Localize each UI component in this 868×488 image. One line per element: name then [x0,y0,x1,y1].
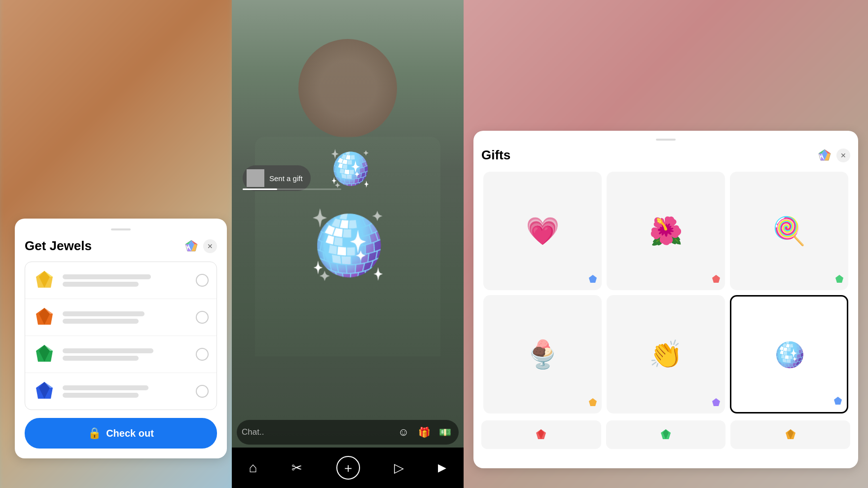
gifts-title: Gifts [481,148,510,163]
sundae-emoji: 🍨 [526,338,560,371]
hand-jewel-price [834,274,844,286]
gift-cell-clap[interactable]: 👏 [607,295,725,413]
sheet-title: Get Jewels [25,238,92,254]
svg-marker-24 [589,275,597,283]
get-jewels-sheet: Get Jewels ✕ [15,219,227,458]
gift-notification: Sent a gift [243,165,311,191]
clap-jewel-price [711,398,721,410]
person-head [298,39,397,138]
gifts-sheet-handle [656,139,676,141]
right-panel: Gifts ✕ [464,0,868,488]
progress-fill [243,188,277,190]
gift-cell-sundae[interactable]: 🍨 [483,295,602,413]
jewel-item-blue[interactable] [25,373,217,410]
bottom-jewel-2[interactable] [606,420,726,449]
svg-marker-26 [835,275,843,283]
disco-ball-large: 🪩 [308,207,388,282]
jewel-green-radio[interactable] [196,348,209,361]
hand-emoji: 🍭 [772,215,806,247]
gifts-sheet: Gifts ✕ [473,131,858,468]
nav-create-button[interactable]: ＋ [336,456,360,480]
jewel-name-line [63,311,145,316]
jewel-orange-info [63,311,189,324]
checkout-button[interactable]: 🔒 Check out [25,418,217,449]
jewel-gold-icon [33,269,56,292]
currency-button[interactable]: 💵 [436,423,454,441]
jewel-blue-icon [33,380,56,403]
sheet-header: Get Jewels ✕ [25,238,217,254]
jewel-price-line [63,319,139,324]
sender-avatar [247,169,264,187]
gifts-header-actions: ✕ [818,149,850,162]
lock-icon: 🔒 [88,427,101,440]
gift-cell-heart[interactable]: 💗 [483,172,602,290]
jewel-blue-info [63,385,189,398]
jewel-gold-info [63,274,189,287]
sheet-header-actions: ✕ [184,239,217,253]
gift-cell-flower[interactable]: 🌺 [607,172,725,290]
gift-cell-hand[interactable]: 🍭 [730,172,848,290]
disco-emoji: 🪩 [772,338,806,371]
jewel-blue-radio[interactable] [196,385,209,398]
emoji-button[interactable]: ☺ [395,423,412,441]
gifts-jewel-icon [818,149,832,162]
disco-jewel-price [833,396,843,408]
nav-home-button[interactable]: ⌂ [249,460,257,476]
sheet-drag-handle [111,228,131,230]
bottom-jewels-row [481,420,850,449]
checkout-label: Check out [106,428,154,439]
close-button[interactable]: ✕ [203,239,217,253]
flower-jewel-price [711,274,721,286]
jewel-name-line [63,385,148,390]
jewel-brand-icon [184,239,198,253]
jewel-item-gold[interactable] [25,262,217,299]
nav-edit-button[interactable]: ✂ [291,460,302,476]
svg-marker-29 [834,397,842,405]
jewel-price-line [63,393,139,398]
heart-jewel-price [588,274,598,286]
close-icon: ✕ [207,242,213,250]
disco-ball-small: 🪩 [328,148,371,188]
chat-bar: Chat.. ☺ 🎁 💵 [237,420,459,445]
heart-emoji: 💗 [526,215,560,247]
svg-marker-27 [589,398,597,406]
jewel-item-green[interactable] [25,336,217,373]
jewel-green-icon [33,343,56,366]
gifts-grid: 💗 🌺 🍭 [481,170,850,415]
jewel-name-line [63,274,151,279]
close-icon: ✕ [840,151,846,159]
jewel-green-info [63,348,189,361]
middle-panel: Sent a gift 🪩 🪩 Chat.. ☺ 🎁 💵 ⌂ ✂ ＋ ▷ ▶ [232,0,464,488]
chat-input[interactable]: Chat.. [242,427,392,437]
jewel-item-orange[interactable] [25,299,217,336]
gift-button[interactable]: 🎁 [415,423,433,441]
flower-emoji: 🌺 [649,215,683,247]
left-panel: Get Jewels ✕ [0,0,232,488]
jewel-name-line [63,348,153,353]
jewel-items-list [25,262,217,410]
gift-notification-progress [243,188,341,190]
bottom-navigation: ⌂ ✂ ＋ ▷ ▶ [232,448,464,488]
jewel-price-line [63,282,139,287]
jewel-gold-radio[interactable] [196,274,209,287]
clap-emoji: 👏 [649,338,683,371]
svg-marker-28 [712,398,720,406]
bottom-jewel-3[interactable] [730,420,850,449]
gift-notification-text: Sent a gift [269,174,303,183]
svg-marker-25 [712,275,720,283]
screens-container: Get Jewels ✕ [0,0,868,488]
sundae-jewel-price [588,398,598,410]
nav-video-button[interactable]: ▶ [438,461,446,474]
gifts-header: Gifts ✕ [481,148,850,163]
jewel-orange-radio[interactable] [196,311,209,324]
jewel-orange-icon [33,306,56,329]
gift-cell-disco[interactable]: 🪩 [730,295,848,413]
nav-play-button[interactable]: ▷ [394,460,404,476]
jewel-price-line [63,356,139,361]
gifts-close-button[interactable]: ✕ [836,149,850,162]
bottom-jewel-1[interactable] [481,420,601,449]
